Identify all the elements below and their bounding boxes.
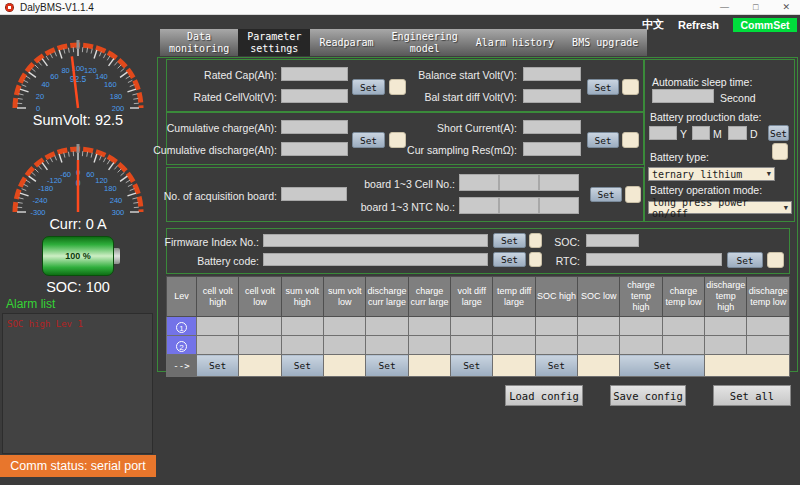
rtc-input[interactable]	[586, 253, 722, 266]
threshold-cell[interactable]	[239, 336, 281, 355]
svg-text:-180: -180	[38, 184, 53, 193]
board-ntc-no-input-2[interactable]	[499, 197, 539, 214]
threshold-cell[interactable]	[239, 317, 281, 336]
commset-button[interactable]: CommSet	[733, 18, 797, 32]
board-ntc-no-input-3[interactable]	[539, 197, 579, 214]
firmware-set-button[interactable]: Set	[493, 233, 526, 248]
level-badge: 1	[167, 317, 197, 336]
acquisition-board-input[interactable]	[281, 187, 347, 201]
date-m-input[interactable]	[692, 126, 710, 140]
threshold-cell[interactable]	[281, 317, 323, 336]
threshold-cell[interactable]	[662, 317, 704, 336]
battery-code-input[interactable]	[263, 253, 488, 266]
column-set-button[interactable]: Set	[451, 355, 493, 377]
threshold-cell[interactable]	[620, 336, 662, 355]
soc-label: SOC:	[547, 234, 580, 249]
column-set-button[interactable]: Set	[366, 355, 408, 377]
maximize-icon[interactable]: □	[753, 0, 758, 15]
rated-cellvolt-label: Rated CellVolt(V):	[167, 89, 277, 104]
threshold-cell[interactable]	[493, 317, 535, 336]
tab-alarm-history[interactable]: Alarm history	[467, 29, 563, 56]
soc-input[interactable]	[586, 234, 639, 247]
threshold-cell[interactable]	[324, 336, 366, 355]
threshold-cell[interactable]	[366, 336, 408, 355]
svg-text:60: 60	[86, 170, 94, 179]
threshold-cell[interactable]	[620, 317, 662, 336]
sleep-time-input[interactable]	[652, 89, 714, 103]
cur-sampling-res-input[interactable]	[523, 142, 581, 156]
battery-code-set-button[interactable]: Set	[493, 252, 526, 267]
column-set-button[interactable]: Set	[535, 355, 577, 377]
tab-parameter-settings[interactable]: Parameter settings	[238, 29, 310, 56]
operation-mode-label: Battery operation mode:	[650, 183, 762, 197]
rated-indicator	[389, 79, 406, 95]
short-current-input[interactable]	[523, 120, 581, 134]
save-config-button[interactable]: Save config	[610, 385, 686, 406]
alarm-list-title: Alarm list	[6, 297, 55, 311]
firmware-index-input[interactable]	[263, 234, 488, 247]
battery-terminal-icon	[114, 248, 120, 264]
refresh-button[interactable]: Refresh	[678, 19, 719, 31]
date-y-input[interactable]	[649, 126, 677, 140]
board-cell-no-input-3[interactable]	[539, 174, 579, 191]
date-d-input[interactable]	[728, 126, 747, 140]
rated-set-button[interactable]: Set	[352, 79, 385, 95]
threshold-cell[interactable]	[747, 336, 790, 355]
short-set-button[interactable]: Set	[587, 132, 619, 148]
column-set-button[interactable]: Set	[197, 355, 239, 377]
cumulative-short-group: Cumulative charge(Ah): Cumulative discha…	[166, 112, 644, 165]
threshold-cell[interactable]	[578, 336, 620, 355]
threshold-cell[interactable]	[324, 317, 366, 336]
board-cell-no-input-2[interactable]	[499, 174, 539, 191]
cumulative-charge-input[interactable]	[281, 120, 348, 134]
threshold-cell[interactable]	[451, 336, 493, 355]
date-set-button[interactable]: Set	[768, 125, 789, 141]
battery-type-select[interactable]: ternary lithium ▼	[648, 167, 775, 181]
cumulative-discharge-input[interactable]	[281, 142, 348, 156]
firmware-indicator	[529, 233, 542, 248]
tab-readparam[interactable]: Readparam	[310, 29, 382, 56]
threshold-cell[interactable]	[493, 336, 535, 355]
current-caption: Curr: 0 A	[0, 216, 156, 232]
threshold-cell[interactable]	[281, 336, 323, 355]
threshold-cell[interactable]	[197, 336, 239, 355]
threshold-cell[interactable]	[578, 317, 620, 336]
threshold-cell[interactable]	[451, 317, 493, 336]
threshold-cell[interactable]	[366, 317, 408, 336]
alarm-list[interactable]: SOC high Lev 1	[2, 313, 153, 454]
column-set-button[interactable]: Set	[281, 355, 323, 377]
threshold-cell[interactable]	[747, 317, 790, 336]
operation-mode-select[interactable]: long press power on/off ▼	[648, 201, 792, 214]
acquisition-set-button[interactable]: Set	[590, 187, 622, 202]
load-config-button[interactable]: Load config	[505, 385, 583, 406]
rated-cap-input[interactable]	[281, 67, 348, 81]
cumulative-set-button[interactable]: Set	[352, 132, 385, 148]
balance-start-volt-input[interactable]	[523, 67, 581, 81]
threshold-cell[interactable]	[705, 336, 747, 355]
column-set-button[interactable]: Set	[620, 355, 705, 377]
sumvolt-caption: SumVolt: 92.5	[0, 112, 156, 128]
board-cell-no-input-1[interactable]	[459, 174, 499, 191]
threshold-cell[interactable]	[535, 336, 577, 355]
set-all-button[interactable]: Set all	[713, 385, 791, 406]
minimize-icon[interactable]: —	[720, 0, 729, 15]
threshold-cell[interactable]	[535, 317, 577, 336]
battery-code-label: Battery code:	[167, 253, 259, 268]
threshold-cell[interactable]	[662, 336, 704, 355]
threshold-cell[interactable]	[408, 336, 450, 355]
threshold-cell[interactable]	[408, 317, 450, 336]
bal-start-diff-volt-input[interactable]	[523, 89, 581, 103]
board-ntc-no-input-1[interactable]	[459, 197, 499, 214]
balance-set-button[interactable]: Set	[587, 79, 619, 95]
tab-bms-upgrade[interactable]: BMS upgrade	[563, 29, 647, 56]
svg-text:180: 180	[104, 184, 117, 193]
threshold-cell[interactable]	[197, 317, 239, 336]
threshold-cell[interactable]	[705, 317, 747, 336]
tab-engineering-model[interactable]: Engineering model	[383, 29, 467, 56]
rtc-set-button[interactable]: Set	[727, 252, 763, 268]
window-titlebar: DalyBMS-V1.1.4 — □ ✕	[0, 0, 800, 15]
close-icon[interactable]: ✕	[782, 0, 790, 15]
level-badge: 2	[167, 336, 197, 355]
rated-cellvolt-input[interactable]	[281, 89, 348, 103]
tab-data-monitoring[interactable]: Data monitoring	[160, 29, 238, 56]
